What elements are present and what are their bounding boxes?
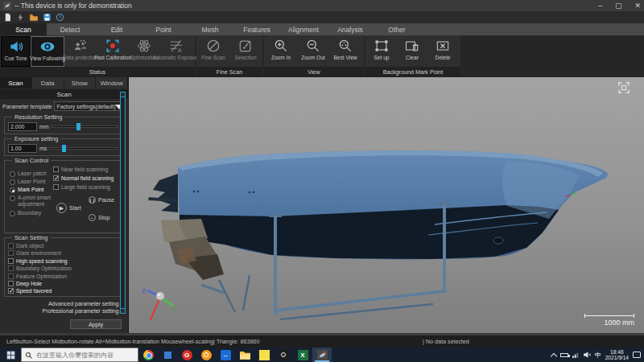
scroll-down-button[interactable] [120, 308, 126, 314]
zoom-out-button[interactable]: Zoom Out [297, 36, 329, 67]
tab-features[interactable]: Features [233, 23, 280, 35]
clear-button[interactable]: Clear [397, 36, 427, 67]
fullscreen-icon[interactable] [618, 82, 630, 93]
checkbox-high-speed[interactable]: High speed scanning [8, 258, 120, 264]
data-protection-button[interactable]: Data protection [64, 36, 97, 67]
checkbox-boundary-optimization[interactable]: Boundary Optimization [8, 265, 120, 271]
excel-icon: X [298, 350, 308, 360]
tab-scan[interactable]: Scan [0, 23, 47, 35]
pause-button[interactable]: ❙❙Pause [89, 196, 114, 204]
tab-edit[interactable]: Edit [93, 23, 140, 35]
checkbox-speed-favored[interactable]: Speed favored [8, 288, 120, 294]
windows-logo-icon [6, 351, 15, 360]
tab-mesh[interactable]: Mesh [187, 23, 233, 35]
taskbar-clock[interactable]: 18:46 2021/9/14 [605, 349, 629, 360]
app-icon [3, 2, 11, 10]
taskbar-app-stickynotes[interactable] [254, 348, 274, 362]
selection-status: | No data selected [423, 338, 469, 345]
open-folder-icon[interactable] [29, 13, 39, 22]
tab-point[interactable]: Point [140, 23, 187, 35]
circle-slash-icon [205, 38, 221, 54]
panel-tab-scan[interactable]: Scan [0, 77, 32, 88]
optimization-button[interactable]: Optimization [129, 36, 159, 67]
resolution-input[interactable] [8, 122, 37, 131]
tab-alignment[interactable]: Alignment [280, 23, 327, 35]
tab-other[interactable]: Other [374, 23, 420, 35]
tab-analysis[interactable]: Analysis [327, 23, 374, 35]
ime-indicator[interactable]: 中 [595, 351, 601, 360]
volume-muted-icon[interactable] [584, 352, 591, 358]
people-icon [72, 38, 89, 54]
checkbox-near-field[interactable]: Near field scanning [53, 167, 108, 172]
checkbox-deep-hole[interactable]: Deep Hole [8, 281, 120, 286]
boat-scan-model[interactable] [129, 77, 644, 333]
panel-tab-data[interactable]: Data [32, 77, 64, 88]
maximize-button[interactable]: ▢ [615, 0, 622, 11]
checkbox-normal-field[interactable]: Normal field scanning [53, 175, 114, 181]
apply-button[interactable]: Apply [70, 319, 122, 329]
start-button[interactable]: ▶Start [56, 203, 81, 213]
fast-calibration-button[interactable]: Fast Calibration [97, 36, 129, 67]
automatic-exposure-button[interactable]: A Automatic Exposure [159, 36, 194, 67]
minimize-button[interactable]: – [598, 0, 602, 11]
best-view-button[interactable]: Best View [329, 36, 361, 67]
exposure-slider[interactable] [49, 147, 118, 150]
resolution-slider[interactable] [52, 125, 118, 128]
svg-text:A: A [178, 47, 182, 53]
start-button-windows[interactable] [0, 348, 21, 362]
cue-tone-button[interactable]: Cue Tone [1, 36, 31, 67]
checkbox-dark-object[interactable]: Dark object [8, 243, 120, 249]
fine-scan-button[interactable]: Fine Scan [197, 36, 229, 67]
professional-parameter-link[interactable]: Professional parameter setting↓ [0, 306, 128, 314]
scan-setting-group: Scan Setting Dark object Glare environme… [4, 237, 124, 297]
search-input[interactable] [35, 351, 131, 360]
checkbox-glare-environment[interactable]: Glare environment [8, 250, 120, 256]
chevron-up-icon[interactable] [550, 352, 556, 359]
panel-scrollbar[interactable] [120, 92, 126, 314]
radio-laser-patch[interactable]: Laser patch [10, 171, 52, 177]
selection-button[interactable]: Selection [229, 36, 262, 67]
tab-detect[interactable]: Detect [47, 23, 93, 35]
flash-icon[interactable] [16, 13, 25, 22]
save-icon[interactable] [43, 13, 52, 22]
red-g-icon: G [182, 350, 192, 360]
exposure-input[interactable] [8, 144, 37, 153]
taskbar-app-g[interactable]: G [177, 348, 196, 362]
checkbox-large-field[interactable]: Large field scanning [53, 184, 110, 190]
close-button[interactable]: ✕ [634, 0, 641, 11]
taskbar-search[interactable] [21, 348, 138, 362]
taskbar-app-search-tool[interactable] [196, 348, 216, 362]
ribbon-group-status: Cue Tone View Following Data protection … [0, 35, 195, 77]
advanced-parameter-link[interactable]: Advanced parameter setting↓ [0, 299, 128, 306]
radio-boundary[interactable]: Boundary [10, 210, 52, 216]
panel-tab-show[interactable]: Show [64, 77, 97, 88]
panel-tab-window[interactable]: Window [96, 77, 128, 88]
orientation-axes[interactable]: Z Y [140, 286, 177, 325]
play-icon: ▶ [56, 203, 67, 213]
stop-button[interactable]: ▪Stop [89, 214, 109, 221]
delete-button[interactable]: Delete [427, 36, 458, 67]
taskbar-app-scanner-active[interactable] [312, 348, 332, 362]
set-up-button[interactable]: Set up [366, 36, 397, 67]
viewport-3d[interactable]: Z Y 1000 mm [129, 77, 644, 333]
taskbar-app-blue[interactable] [158, 348, 177, 362]
taskbar-app-teamviewer[interactable]: ↔ [216, 348, 235, 362]
taskbar-app-chrome[interactable] [138, 348, 158, 362]
radio-a-priori[interactable]: A-priori smart adjustment [10, 195, 52, 207]
radio-mark-point[interactable]: Mark Point [10, 187, 52, 193]
checkbox-feature-optimization[interactable]: Feature Optimization [8, 274, 120, 279]
taskbar-app-dark[interactable] [274, 348, 293, 362]
parameter-template-dropdown[interactable]: Factory settings(default) [54, 101, 126, 111]
history-icon[interactable] [56, 13, 64, 22]
resolution-setting-group: Resolution Setting mm [4, 117, 124, 134]
view-following-button[interactable]: View Following [31, 36, 64, 67]
new-file-icon[interactable] [3, 13, 12, 22]
radio-laser-point[interactable]: Laser Point [10, 179, 52, 185]
taskbar-app-excel[interactable]: X [293, 348, 312, 362]
action-center-icon[interactable] [633, 352, 641, 358]
network-icon[interactable] [572, 352, 580, 358]
zoom-in-button[interactable]: Zoom In [265, 36, 297, 67]
scroll-up-button[interactable] [120, 92, 126, 97]
battery-icon[interactable] [560, 353, 568, 357]
taskbar-app-explorer[interactable] [235, 348, 254, 362]
